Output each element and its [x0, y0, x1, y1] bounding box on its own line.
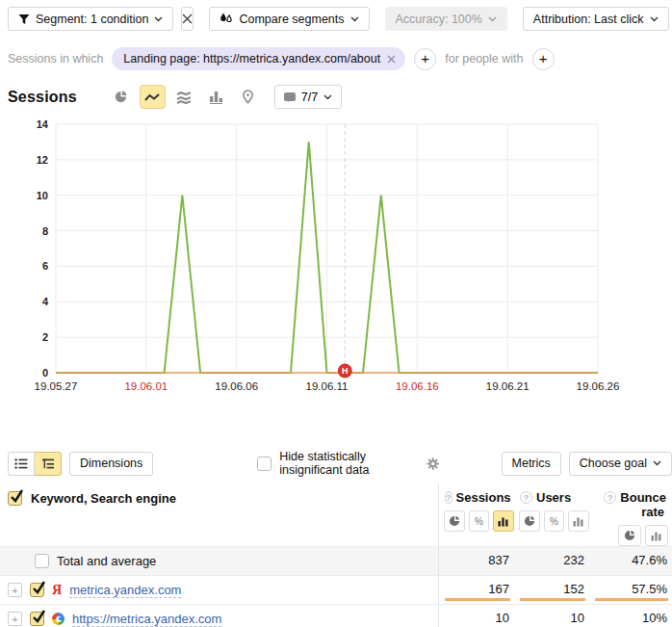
bounce-pie-view-button[interactable]: [618, 525, 641, 546]
column-header-bounce-rate[interactable]: ? Bounce rate: [589, 483, 672, 546]
line-chart-view-button[interactable]: [140, 85, 166, 109]
sessions-percent-view-button[interactable]: %: [469, 510, 490, 532]
list-icon: [14, 457, 28, 470]
close-icon: [182, 13, 193, 24]
chart-header: Sessions: [0, 70, 672, 109]
svg-text:10: 10: [37, 190, 48, 201]
bounce-bars-view-button[interactable]: [645, 525, 668, 546]
row-link[interactable]: metrica.yandex.com: [69, 583, 181, 598]
row-checkbox[interactable]: [35, 554, 49, 568]
pie-chart-view-button[interactable]: [108, 85, 134, 109]
chevron-down-icon: [323, 94, 332, 100]
sessions-pie-view-button[interactable]: [444, 510, 465, 532]
svg-text:19.06.16: 19.06.16: [396, 380, 439, 392]
segment-button-label: Segment: 1 condition: [36, 13, 148, 26]
row-checkbox[interactable]: [30, 612, 44, 626]
remove-condition-icon[interactable]: [387, 55, 396, 64]
chevron-down-icon: [154, 16, 163, 22]
total-bounce-value: 47.6%: [632, 553, 667, 567]
help-icon[interactable]: ?: [520, 491, 532, 504]
hide-insignificant-checkbox[interactable]: Hide statistically insignificant data: [257, 450, 418, 477]
stacked-area-view-button[interactable]: [171, 85, 197, 109]
bounce-column-label: Bounce: [620, 490, 666, 505]
attribution-button[interactable]: Attribution: Last click: [523, 7, 669, 31]
users-bars-view-button[interactable]: [568, 510, 589, 532]
add-user-condition-button[interactable]: +: [532, 48, 555, 70]
total-row-label: Total and average: [57, 554, 156, 568]
svg-text:19.06.11: 19.06.11: [306, 380, 349, 392]
pie-mini-icon: [624, 530, 635, 541]
value-bar: [520, 598, 585, 601]
bars-mini-icon: [498, 516, 509, 527]
bounce-value: 57.5%: [632, 582, 667, 596]
svg-text:2: 2: [42, 331, 48, 343]
segment-button[interactable]: Segment: 1 condition: [8, 7, 173, 31]
help-icon[interactable]: ?: [445, 491, 452, 504]
tree-view-button[interactable]: [35, 452, 62, 476]
add-session-condition-button[interactable]: +: [414, 48, 436, 70]
row-link[interactable]: https://metrica.yandex.com: [72, 612, 221, 627]
table-row: + Я metrica.yandex.com 167 152 57.5%: [0, 575, 672, 604]
annotations-count: 7/7: [301, 91, 318, 104]
flat-list-view-button[interactable]: [8, 452, 35, 476]
table-row-total: Total and average 837 232 47.6%: [0, 546, 672, 575]
expand-row-button[interactable]: +: [8, 612, 22, 626]
users-pie-view-button[interactable]: [519, 510, 540, 532]
column-header-users[interactable]: ? Users %: [514, 483, 589, 546]
check-icon: [32, 579, 45, 596]
column-chart-view-button[interactable]: [203, 85, 229, 109]
pie-chart-icon: [114, 90, 128, 104]
pie-mini-icon: [524, 515, 535, 527]
tree-icon: [41, 457, 55, 470]
bars-mini-icon: [573, 516, 584, 527]
svg-text:19.06.21: 19.06.21: [486, 380, 530, 392]
select-all-checkbox[interactable]: [8, 491, 22, 506]
google-favicon: [52, 613, 65, 625]
svg-text:14: 14: [37, 118, 49, 130]
percent-icon: %: [550, 516, 558, 527]
filter-icon: [18, 13, 30, 25]
choose-goal-label: Choose goal: [580, 457, 647, 470]
column-header-sessions[interactable]: ? Sessions %: [438, 483, 514, 546]
svg-text:6: 6: [42, 260, 48, 272]
row-checkbox[interactable]: [30, 583, 44, 597]
annotations-dropdown[interactable]: 7/7: [274, 85, 342, 109]
choose-goal-button[interactable]: Choose goal: [569, 452, 672, 476]
table-row: + https://metrica.yandex.com 10 10 10%: [0, 604, 672, 627]
help-icon[interactable]: ?: [604, 491, 616, 504]
sessions-line-chart[interactable]: 19.05.2719.06.0119.06.0619.06.1119.06.16…: [0, 113, 672, 396]
chevron-down-icon: [650, 16, 659, 22]
compare-segments-label: Compare segments: [239, 13, 344, 26]
for-people-with-label: for people with: [445, 52, 523, 65]
attribution-label: Attribution: Last click: [533, 13, 644, 26]
value-bar: [595, 598, 668, 601]
chevron-down-icon: [488, 16, 497, 22]
total-sessions-value: 837: [488, 553, 509, 567]
segment-condition-chip[interactable]: Landing page: https://metrica.yandex.com…: [112, 47, 405, 70]
users-percent-view-button[interactable]: %: [544, 510, 565, 532]
hide-insignificant-label: Hide statistically insignificant data: [279, 450, 418, 477]
svg-text:8: 8: [42, 225, 48, 237]
sessions-bars-view-button[interactable]: [493, 510, 514, 532]
accuracy-button[interactable]: Accuracy: 100%: [385, 7, 507, 31]
sessions-in-which-label: Sessions in which: [8, 52, 103, 65]
svg-text:4: 4: [42, 296, 49, 307]
sessions-value: 167: [488, 582, 509, 596]
users-value: 10: [571, 611, 584, 625]
svg-text:19.06.26: 19.06.26: [577, 380, 620, 392]
expand-row-button[interactable]: +: [8, 583, 22, 597]
hide-insignificant-checkbox-box[interactable]: [257, 457, 271, 471]
compare-segments-button[interactable]: Compare segments: [209, 7, 369, 31]
bounce-value: 10%: [642, 611, 667, 625]
map-view-button[interactable]: [235, 85, 261, 109]
yandex-favicon: Я: [52, 584, 62, 597]
chevron-down-icon: [653, 460, 661, 466]
settings-gear-icon[interactable]: [426, 456, 440, 472]
percent-icon: %: [475, 516, 483, 527]
bars-mini-icon: [651, 531, 662, 541]
check-icon: [10, 487, 23, 505]
users-value: 152: [563, 582, 584, 596]
dimensions-button[interactable]: Dimensions: [69, 452, 153, 476]
metrics-button[interactable]: Metrics: [502, 452, 561, 476]
clear-segment-button[interactable]: [181, 7, 194, 31]
